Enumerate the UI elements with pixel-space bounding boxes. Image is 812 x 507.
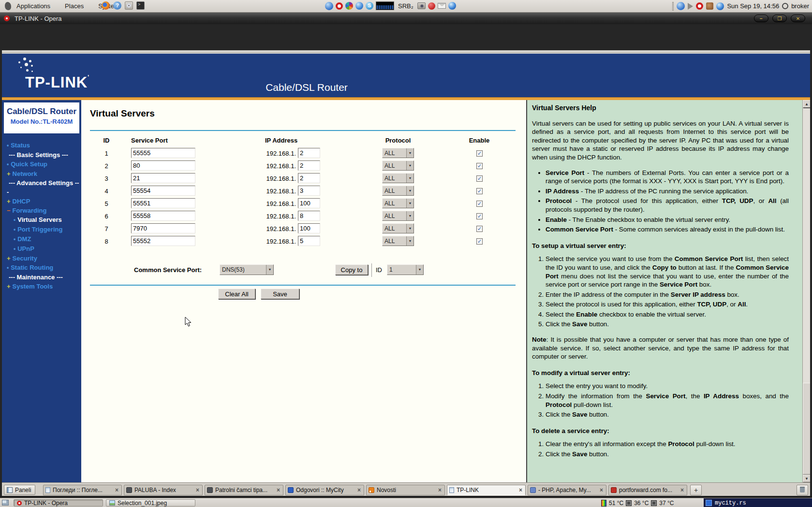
enable-checkbox[interactable]: ✓ bbox=[476, 188, 483, 194]
sidebar-item-dhcp[interactable]: +DHCP bbox=[7, 197, 79, 206]
close-icon[interactable]: × bbox=[276, 487, 281, 493]
close-icon[interactable]: × bbox=[518, 487, 523, 493]
enable-checkbox[interactable]: ✓ bbox=[476, 201, 483, 207]
common-service-select[interactable]: DNS(53) ▼ bbox=[220, 264, 274, 275]
panels-button[interactable]: Paneli bbox=[4, 485, 35, 495]
ip-octet-input[interactable] bbox=[298, 148, 320, 158]
network-globe-icon[interactable] bbox=[448, 2, 456, 10]
opera-tray-icon[interactable] bbox=[696, 2, 703, 10]
copy-to-button[interactable]: Copy to bbox=[335, 264, 368, 275]
volume-knob-icon[interactable] bbox=[428, 2, 435, 10]
id-select[interactable]: 1 ▼ bbox=[387, 264, 424, 275]
clear-all-button[interactable]: Clear All bbox=[218, 289, 255, 299]
service-port-input[interactable] bbox=[131, 148, 195, 158]
play-tray-icon[interactable] bbox=[688, 3, 693, 10]
close-icon[interactable]: × bbox=[599, 487, 604, 493]
protocol-select[interactable]: ALL▼ bbox=[382, 198, 414, 208]
google-earth-icon[interactable] bbox=[355, 2, 363, 10]
sidebar-item-static-routing[interactable]: •Static Routing bbox=[7, 263, 79, 273]
tab-novosti[interactable]: Novosti× bbox=[366, 485, 445, 495]
terminal-icon[interactable] bbox=[136, 1, 145, 10]
distro-menu-icon[interactable] bbox=[5, 2, 11, 10]
save-button[interactable]: Save bbox=[261, 289, 299, 299]
show-desktop-icon[interactable] bbox=[2, 500, 9, 506]
close-icon[interactable]: × bbox=[356, 487, 362, 493]
protocol-select[interactable]: ALL▼ bbox=[382, 160, 414, 171]
session-icon[interactable] bbox=[782, 3, 788, 9]
tab-tp-link[interactable]: TP-LINK× bbox=[447, 485, 526, 495]
top-menu-places[interactable]: Places bbox=[63, 1, 86, 11]
mycity-widget[interactable]: mycity.rs bbox=[704, 498, 812, 507]
close-button[interactable]: ✕ bbox=[791, 14, 805, 22]
ip-octet-input[interactable] bbox=[298, 236, 320, 246]
tab-portforward-com-fo[interactable]: portforward.com fo...× bbox=[608, 485, 687, 495]
sidebar-item-system-tools[interactable]: +System Tools bbox=[7, 282, 79, 291]
scroll-down-icon[interactable]: ▼ bbox=[803, 475, 810, 482]
protocol-select[interactable]: ALL▼ bbox=[382, 173, 414, 183]
cd-icon[interactable] bbox=[125, 1, 133, 10]
sidebar-item-forwarding[interactable]: −Forwarding bbox=[7, 206, 79, 215]
ip-octet-input[interactable] bbox=[298, 198, 320, 208]
closed-tabs-trash-button[interactable] bbox=[797, 485, 808, 495]
ip-octet-input[interactable] bbox=[298, 173, 320, 183]
clock[interactable]: Sun Sep 19, 14:56 bbox=[727, 2, 779, 10]
help-icon[interactable]: ? bbox=[113, 1, 121, 10]
picasa-icon[interactable] bbox=[345, 2, 353, 10]
skype-icon[interactable]: S bbox=[366, 2, 373, 10]
service-port-input[interactable] bbox=[131, 198, 195, 208]
tab-odgovori-mycity[interactable]: Odgovori :: MyCity× bbox=[285, 485, 364, 495]
user-name[interactable]: broker bbox=[791, 2, 809, 10]
screenshot-icon[interactable] bbox=[417, 2, 426, 9]
ip-octet-input[interactable] bbox=[298, 186, 320, 196]
close-icon[interactable]: × bbox=[114, 487, 119, 493]
tab-patrolni-amci-tipa[interactable]: Patrolni čamci tipa...× bbox=[205, 485, 283, 495]
close-icon[interactable]: × bbox=[679, 487, 685, 493]
mail-icon[interactable] bbox=[438, 3, 446, 9]
firefox-icon[interactable] bbox=[102, 1, 110, 10]
close-icon[interactable]: × bbox=[195, 487, 200, 493]
enable-checkbox[interactable]: ✓ bbox=[476, 163, 483, 169]
enable-checkbox[interactable]: ✓ bbox=[476, 226, 483, 232]
taskbar-item-tp-link-opera[interactable]: TP-LINK - Opera bbox=[14, 499, 103, 507]
tab-paluba-index[interactable]: PALUBA - Index× bbox=[124, 485, 203, 495]
sidebar-item-security[interactable]: +Security bbox=[7, 254, 79, 263]
tab-item[interactable]: Погледи :: Погле...× bbox=[43, 485, 122, 495]
protocol-select[interactable]: ALL▼ bbox=[382, 223, 414, 233]
sidebar-item-virtual-servers[interactable]: •Virtual Servers bbox=[7, 215, 79, 225]
opera-icon[interactable] bbox=[336, 2, 343, 10]
sidebar-item-network[interactable]: +Network bbox=[7, 169, 79, 178]
ip-octet-input[interactable] bbox=[298, 211, 320, 221]
new-tab-button[interactable]: + bbox=[690, 485, 702, 495]
enable-checkbox[interactable]: ✓ bbox=[476, 175, 483, 182]
minimize-button[interactable]: − bbox=[754, 14, 768, 22]
system-monitor-applet[interactable] bbox=[376, 1, 394, 10]
tab-php-apache-my[interactable]: - PHP, Apache, My...× bbox=[528, 485, 606, 495]
service-port-input[interactable] bbox=[131, 223, 195, 233]
service-port-input[interactable] bbox=[131, 173, 195, 183]
maximize-button[interactable]: ❐ bbox=[772, 14, 787, 22]
top-menu-applications[interactable]: Applications bbox=[15, 1, 52, 11]
sidebar-item-upnp[interactable]: •UPnP bbox=[7, 244, 79, 254]
window-titlebar[interactable]: TP-LINK - Opera − ❐ ✕ bbox=[0, 13, 812, 24]
service-port-input[interactable] bbox=[131, 211, 195, 221]
taskbar-item-selection-001-jpeg[interactable]: Selection_001.jpeg bbox=[106, 499, 195, 507]
ip-octet-input[interactable] bbox=[298, 223, 320, 233]
globe-tray-icon[interactable] bbox=[716, 2, 724, 10]
swirl-tray-icon[interactable] bbox=[677, 2, 685, 10]
scroll-up-icon[interactable]: ▲ bbox=[803, 100, 810, 108]
sidebar-item-dmz[interactable]: •DMZ bbox=[7, 234, 79, 244]
sidebar-item-status[interactable]: •Status bbox=[7, 141, 79, 150]
sidebar-item-port-triggering[interactable]: •Port Triggering bbox=[7, 225, 79, 234]
service-port-input[interactable] bbox=[131, 160, 195, 171]
service-port-input[interactable] bbox=[131, 236, 195, 246]
service-port-input[interactable] bbox=[131, 186, 195, 196]
keyboard-layout-indicator[interactable]: SRB₂ bbox=[397, 2, 415, 10]
enable-checkbox[interactable]: ✓ bbox=[476, 150, 483, 157]
speaker-icon[interactable] bbox=[706, 2, 713, 10]
protocol-select[interactable]: ALL▼ bbox=[382, 186, 414, 196]
scrollbar-thumb[interactable] bbox=[803, 383, 810, 475]
protocol-select[interactable]: ALL▼ bbox=[382, 211, 414, 221]
enable-checkbox[interactable]: ✓ bbox=[476, 213, 483, 219]
ip-octet-input[interactable] bbox=[298, 160, 320, 171]
protocol-select[interactable]: ALL▼ bbox=[382, 236, 414, 246]
